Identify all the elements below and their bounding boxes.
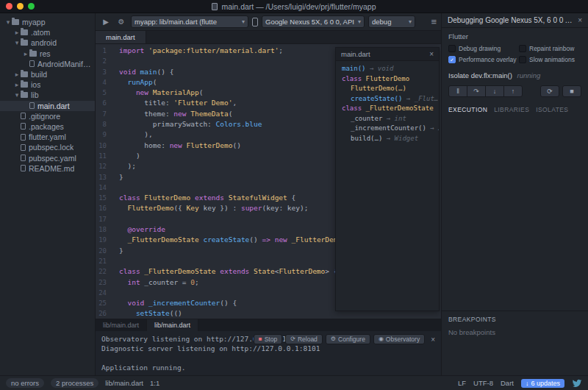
code-line-text: import 'package:flutter/material.dart'; — [119, 46, 283, 56]
run-button[interactable]: ▶ — [100, 16, 112, 28]
checkbox-slow-animations[interactable]: Slow animations — [519, 56, 581, 63]
updates-button[interactable]: ↓ 6 updates — [521, 379, 564, 388]
status-item-no-errors[interactable]: no errors — [6, 378, 44, 388]
tree-item-android[interactable]: ▾android — [0, 38, 95, 48]
breakpoints-title: BREAKPOINTS — [448, 316, 581, 323]
file-icon — [29, 102, 35, 109]
bird-icon[interactable] — [572, 379, 582, 388]
outline-item[interactable]: class _FlutterDemoState — [336, 104, 439, 114]
checkbox-debug-drawing[interactable]: Debug drawing — [448, 45, 516, 52]
chevron-down-icon: ▾ — [4, 18, 12, 26]
device-select[interactable]: Google Nexus 5X, 6 0 0, API ▾ — [262, 15, 365, 28]
checkbox-repaint-rainbow[interactable]: Repaint rainbow — [519, 45, 581, 52]
file-icon — [21, 144, 26, 151]
titlebar: main.dart — /Users/luigi/dev/prj/flutter… — [0, 0, 588, 13]
tree-item-lib[interactable]: ▾lib — [0, 90, 95, 100]
code-token: primarySwatch: — [119, 120, 216, 128]
outline-item[interactable]: build(…) → Widget — [336, 134, 439, 144]
tree-item-atom[interactable]: ▸.atom — [0, 27, 95, 38]
zoom-window-button[interactable] — [28, 3, 35, 10]
menu-icon[interactable]: ≡ — [431, 17, 437, 26]
status-item-lf[interactable]: LF — [458, 379, 466, 387]
outline-item[interactable]: class FlutterDemo — [336, 74, 439, 85]
code-token: new — [136, 88, 153, 96]
chevron-down-icon: ▾ — [13, 39, 21, 46]
close-window-button[interactable] — [6, 3, 12, 10]
tree-item-label: lib — [31, 91, 39, 99]
line-number: 3 — [96, 67, 113, 77]
checkbox-performance-overlay[interactable]: ✓Performance overlay — [448, 56, 516, 63]
status-item-dart[interactable]: Dart — [501, 379, 514, 387]
statusbar-left: no errors2 processeslib/main.dart1:1 — [6, 378, 159, 388]
tree-item-pubspec-yaml[interactable]: pubspec.yaml — [0, 152, 95, 163]
tab-main-dart[interactable]: main.dart — [96, 31, 146, 43]
console-tabbar: lib/main.dartlib/main.dart — [96, 319, 441, 331]
hot-reload-button[interactable]: ⟳ — [540, 85, 559, 97]
configure-button[interactable]: ⚙Configure — [326, 334, 370, 344]
tree-item-gitignore[interactable]: .gitignore — [0, 111, 95, 121]
status-item-utf-8[interactable]: UTF-8 — [473, 379, 493, 387]
debug-tab-libraries[interactable]: LIBRARIES — [494, 106, 529, 113]
console-tab-1[interactable]: lib/main.dart — [147, 319, 198, 331]
tree-item-readme-md[interactable]: README.md — [0, 163, 95, 174]
close-console-icon[interactable]: × — [431, 336, 435, 344]
stop-button[interactable]: ■Stop — [254, 334, 282, 344]
outline-item[interactable]: FlutterDemo(…) — [336, 84, 439, 94]
status-item-1-1[interactable]: 1:1 — [150, 379, 159, 387]
tree-item-main-dart[interactable]: main.dart — [0, 101, 95, 111]
pause-button[interactable]: ‖ — [448, 85, 467, 97]
window-title: main.dart — /Users/luigi/dev/prj/flutter… — [221, 2, 376, 11]
folder-icon — [29, 51, 37, 57]
code-token: runApp — [127, 78, 152, 86]
chevron-down-icon: ▾ — [409, 18, 412, 25]
debug-tab-execution[interactable]: EXECUTION — [448, 106, 487, 113]
settings-button[interactable]: ⚙ — [115, 16, 127, 28]
outline-item[interactable]: _incrementCounter() → … — [336, 124, 439, 134]
outline-item[interactable]: _counter → int — [336, 114, 439, 124]
debug-tab-isolates[interactable]: ISOLATES — [536, 106, 568, 113]
reload-button[interactable]: ⟳Reload — [285, 334, 323, 344]
tree-item-packages[interactable]: .packages — [0, 121, 95, 132]
code-line-text: ); — [119, 161, 136, 171]
tree-item-androidmanifest-xml[interactable]: AndroidManifest.xml — [0, 59, 95, 69]
line-number: 25 — [96, 298, 113, 308]
status-item-lib-main-dart[interactable]: lib/main.dart — [105, 379, 143, 387]
code-token: → int — [382, 115, 406, 122]
download-icon: ↓ — [526, 380, 529, 387]
code-token: () { — [157, 68, 174, 76]
minimize-window-button[interactable] — [17, 3, 24, 10]
code-token: key }) : — [203, 204, 240, 212]
code-token: ( — [199, 88, 204, 96]
close-outline-icon[interactable]: × — [429, 50, 434, 58]
folder-icon — [21, 82, 28, 88]
tree-item-myapp[interactable]: ▾myapp — [0, 17, 95, 27]
mode-value: debug — [372, 18, 406, 26]
step-out-button[interactable]: ↑ — [503, 85, 523, 97]
code-token: FlutterDemo — [279, 267, 325, 275]
tree-item-pubspec-lock[interactable]: pubspec.lock — [0, 142, 95, 152]
step-into-button[interactable]: ↓ — [485, 85, 504, 97]
outline-header: main.dart × — [336, 48, 439, 61]
code-token: MaterialApp — [153, 88, 199, 96]
tree-item-flutter-yaml[interactable]: flutter.yaml — [0, 132, 95, 142]
step-over-button[interactable]: ↷ — [467, 85, 486, 97]
statusbar: no errors2 processeslib/main.dart1:1 LFU… — [0, 375, 588, 390]
mode-select[interactable]: debug ▾ — [368, 15, 415, 28]
run-target-select[interactable]: myapp: lib/main.dart (flutte ▾ — [131, 15, 248, 28]
observatory-button[interactable]: ◉Observatory — [373, 334, 425, 344]
tree-item-res[interactable]: ▸res — [0, 49, 95, 59]
tree-item-ios[interactable]: ▸ios — [0, 79, 95, 90]
editor-column: ▶ ⚙ myapp: lib/main.dart (flutte ▾ Googl… — [96, 13, 441, 375]
tree-item-build[interactable]: ▸build — [0, 69, 95, 79]
tree-item-label: .atom — [31, 28, 50, 37]
code-token: 'package:flutter/material.dart' — [148, 46, 279, 54]
console-line: Diagnostic server listening on http://12… — [101, 344, 435, 353]
outline-item[interactable]: main() → void — [336, 64, 439, 74]
console-tab-0[interactable]: lib/main.dart — [96, 319, 147, 331]
status-item-2-processes[interactable]: 2 processes — [51, 378, 98, 388]
close-debug-panel-icon[interactable]: × — [578, 16, 582, 24]
debug-panel-title: Debugging Google Nexus 5X, 6 0 0 API 2 — [448, 16, 575, 24]
outline-item[interactable]: createState() → _Flut… — [336, 94, 439, 104]
debug-panel-header: Debugging Google Nexus 5X, 6 0 0 API 2 × — [442, 13, 588, 28]
stop-session-button[interactable]: ■ — [562, 85, 581, 97]
